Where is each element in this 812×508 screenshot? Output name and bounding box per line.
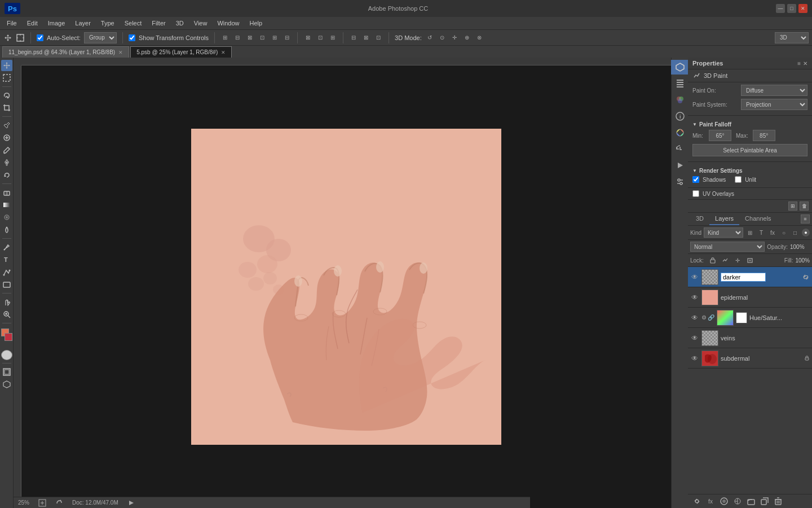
auto-select-select[interactable]: Group Layer <box>84 32 117 43</box>
3d-slide-icon[interactable]: ⊕ <box>462 33 471 42</box>
properties-expand-icon[interactable]: ≡ <box>797 60 801 67</box>
filter-kind-select[interactable]: Kind <box>704 227 743 238</box>
auto-select-checkbox[interactable] <box>37 34 43 41</box>
menu-filter[interactable]: Filter <box>147 19 170 28</box>
layer-hue-sat-visibility[interactable]: 👁 <box>690 313 699 322</box>
fill-value[interactable]: 100% <box>795 257 810 264</box>
menu-image[interactable]: Image <box>43 19 70 28</box>
canvas-image[interactable] <box>191 129 501 445</box>
tool-history-brush[interactable] <box>1 169 12 181</box>
tool-hand[interactable] <box>1 296 12 308</box>
layer-link-btn[interactable] <box>691 496 703 506</box>
opacity-value[interactable]: 100% <box>790 244 810 250</box>
menu-select[interactable]: Select <box>120 19 147 28</box>
menu-view[interactable]: View <box>189 19 212 28</box>
lock-artboard-btn[interactable] <box>745 256 754 265</box>
layers-collapse-btn[interactable]: ≡ <box>801 214 810 224</box>
blend-mode-select[interactable]: Normal <box>690 242 765 252</box>
layer-epidermal-visibility[interactable]: 👁 <box>690 293 699 302</box>
align-left-icon[interactable]: ⊞ <box>220 33 230 42</box>
layer-epidermal[interactable]: 👁 epidermal <box>688 287 812 308</box>
tab-0[interactable]: 11_begin.psd @ 64.3% (Layer 1, RGB/8B) ✕ <box>2 46 129 58</box>
layer-group-btn[interactable] <box>745 496 757 506</box>
menu-window[interactable]: Window <box>213 19 244 28</box>
menu-file[interactable]: File <box>2 19 21 28</box>
align-right-icon[interactable]: ⊠ <box>245 33 254 42</box>
filter-icon-5[interactable]: □ <box>791 228 800 237</box>
tab-0-close[interactable]: ✕ <box>118 50 123 55</box>
3d-scale-icon[interactable]: ⊗ <box>475 33 484 42</box>
layer-hue-sat[interactable]: 👁 ⚙ 🔗 Hue/Satu <box>688 308 812 328</box>
layer-adjustment-btn[interactable] <box>732 496 743 506</box>
layer-darker-link[interactable] <box>802 273 810 281</box>
filter-toggle[interactable]: ● <box>802 229 810 237</box>
layer-veins[interactable]: 👁 veins <box>688 328 812 348</box>
tab-1[interactable]: 5.psb @ 25% (Layer 1, RGB/8#) ✕ <box>130 46 232 58</box>
tool-pen[interactable] <box>1 242 12 253</box>
3d-pan-icon[interactable]: ✛ <box>450 33 459 42</box>
quick-mask-button[interactable] <box>1 350 12 360</box>
tool-dodge[interactable] <box>1 224 12 235</box>
maximize-button[interactable]: □ <box>787 4 796 13</box>
unlit-checkbox[interactable] <box>735 176 742 183</box>
align-bottom-icon[interactable]: ⊟ <box>283 33 292 42</box>
select-paintable-button[interactable]: Select Paintable Area <box>692 144 807 156</box>
distribute-3-icon[interactable]: ⊞ <box>328 33 337 42</box>
tool-move[interactable] <box>1 60 12 71</box>
shadows-checkbox[interactable] <box>692 176 699 183</box>
filter-icon-1[interactable]: ⊞ <box>745 228 754 237</box>
layer-fx-btn[interactable]: fx <box>705 496 716 506</box>
tab-channels[interactable]: Channels <box>739 213 776 225</box>
tool-lasso[interactable] <box>1 90 12 101</box>
panel-btn-adjustments[interactable] <box>670 174 690 189</box>
move-tool-icon[interactable] <box>3 33 12 42</box>
panel-btn-color[interactable] <box>670 125 690 140</box>
panel-btn-history[interactable] <box>670 142 690 156</box>
artboard-tool-icon[interactable] <box>16 33 25 42</box>
properties-close-icon[interactable]: ✕ <box>803 60 807 67</box>
layer-mask-btn[interactable] <box>718 496 730 506</box>
tool-blur[interactable] <box>1 212 12 223</box>
3d-orbit-icon[interactable]: ↺ <box>425 33 434 42</box>
layer-subdermal-visibility[interactable]: 👁 <box>690 354 699 363</box>
layer-veins-visibility[interactable]: 👁 <box>690 334 699 343</box>
tab-1-close[interactable]: ✕ <box>221 50 226 55</box>
minimize-button[interactable]: — <box>776 4 785 13</box>
filter-icon-4[interactable]: ○ <box>779 228 788 237</box>
tool-eyedropper[interactable] <box>1 120 12 131</box>
menu-3d[interactable]: 3D <box>171 19 188 28</box>
forward-icon[interactable] <box>127 499 135 507</box>
prop-icon-2[interactable]: 🗑 <box>800 202 809 211</box>
tab-layers[interactable]: Layers <box>709 213 739 225</box>
background-color[interactable] <box>5 333 12 341</box>
layer-darker-visibility[interactable]: 👁 <box>690 273 699 282</box>
layer-hue-sat-link-icon[interactable]: 🔗 <box>708 314 714 321</box>
tool-zoom[interactable] <box>1 309 12 320</box>
filter-icon-2[interactable]: T <box>757 228 766 237</box>
tool-brush[interactable] <box>1 144 12 156</box>
tool-shape[interactable] <box>1 279 12 290</box>
layer-delete-btn[interactable] <box>773 496 784 506</box>
prop-icon-1[interactable]: ⊞ <box>788 202 797 211</box>
tool-marquee[interactable] <box>1 72 12 84</box>
layer-new-btn[interactable] <box>759 496 770 506</box>
uv-overlays-checkbox[interactable] <box>692 190 699 197</box>
max-input[interactable] <box>753 130 775 141</box>
align-top-icon[interactable]: ⊡ <box>258 33 267 42</box>
canvas-area[interactable]: // ruler ticks drawn inline <box>14 58 671 508</box>
min-input[interactable] <box>709 130 731 141</box>
tool-path-select[interactable] <box>1 266 12 278</box>
lock-image-btn[interactable] <box>721 256 730 265</box>
3d-mode-select[interactable]: 3D <box>775 32 809 43</box>
show-transform-checkbox[interactable] <box>129 34 135 41</box>
layer-darker-rename-input[interactable] <box>721 273 766 282</box>
3d-roll-icon[interactable]: ⊙ <box>438 33 447 42</box>
arrange-2-icon[interactable]: ⊠ <box>361 33 370 42</box>
tool-eraser[interactable] <box>1 187 12 198</box>
menu-layer[interactable]: Layer <box>70 19 95 28</box>
arrange-1-icon[interactable]: ⊟ <box>349 33 358 42</box>
distribute-1-icon[interactable]: ⊠ <box>303 33 312 42</box>
layer-darker[interactable]: 👁 <box>688 267 812 287</box>
tool-stamp[interactable] <box>1 157 12 168</box>
close-button[interactable]: ✕ <box>798 4 807 13</box>
